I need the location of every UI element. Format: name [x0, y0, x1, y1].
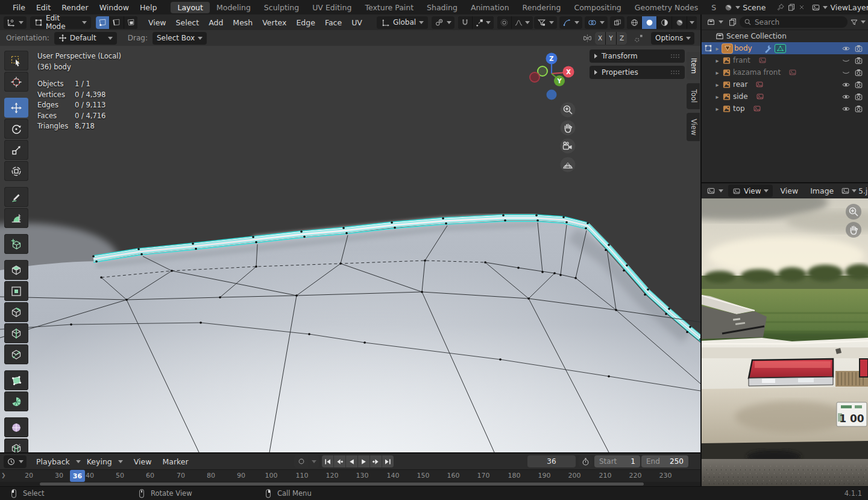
frame-end-field[interactable]: End 250 [641, 455, 688, 467]
timeline-scrollbar[interactable] [0, 482, 700, 486]
outliner-row-body[interactable]: ▸ body [702, 42, 868, 54]
tool-spin[interactable] [4, 391, 28, 411]
menu-help[interactable]: Help [134, 3, 163, 12]
timeline-editor-selector[interactable] [4, 455, 27, 468]
mirror-x-button[interactable]: X [595, 32, 605, 45]
camera-visibility-icon[interactable] [854, 68, 863, 77]
scene-icon[interactable] [724, 3, 733, 12]
menu-image[interactable]: Image [805, 186, 838, 195]
tab-animation[interactable]: Animation [464, 2, 516, 13]
mirror-y-button[interactable]: Y [606, 32, 616, 45]
mode-selector[interactable]: Edit Mode [30, 16, 91, 29]
outliner-row-scene-collection[interactable]: Scene Collection [702, 30, 868, 42]
viewport-canvas[interactable]: Z X Y User Perspective (Local) (36) body… [0, 46, 700, 452]
eye-icon[interactable] [841, 80, 851, 89]
overlays-dropdown[interactable] [585, 16, 608, 29]
tool-cursor-3d[interactable] [4, 72, 28, 92]
menu-render[interactable]: Render [56, 3, 94, 12]
modifier-wrench-icon[interactable] [764, 44, 773, 53]
xray-toggle[interactable] [610, 16, 624, 29]
face-select-mode[interactable] [124, 16, 137, 29]
gizmos-dropdown[interactable] [559, 16, 582, 29]
menu-marker[interactable]: Marker [157, 457, 193, 466]
playhead[interactable]: 36 [70, 470, 85, 482]
filter-icon[interactable] [850, 18, 858, 27]
timeline-ruler[interactable]: ❯ 20 30 40 50 60 70 80 90 100 110 120 13… [0, 469, 700, 482]
drag-handle-icon[interactable] [670, 53, 680, 59]
tool-smooth[interactable] [4, 417, 28, 437]
tool-rotate[interactable] [4, 119, 28, 139]
outliner-editor-selector[interactable] [704, 16, 726, 28]
outliner-row-side[interactable]: ▸ side [702, 90, 868, 103]
new-scene-icon[interactable] [787, 3, 796, 11]
eye-icon[interactable] [841, 44, 851, 53]
npanel-properties[interactable]: Properties [590, 66, 685, 79]
tool-poly-build[interactable] [4, 370, 28, 390]
eye-closed-icon[interactable] [841, 56, 851, 65]
frame-start-field[interactable]: Start 1 [594, 455, 640, 467]
viewlayer-icon[interactable] [811, 3, 820, 12]
proportional-edit-toggle[interactable] [497, 16, 511, 29]
object-visibility-dropdown[interactable] [534, 16, 557, 29]
mirror-z-button[interactable]: Z [617, 32, 627, 45]
npanel-transform[interactable]: Transform [590, 49, 685, 63]
tool-move[interactable] [4, 98, 28, 118]
auto-key-options[interactable] [309, 455, 319, 468]
image-data-icon[interactable] [788, 68, 797, 77]
shading-rendered[interactable] [672, 16, 687, 29]
viewlayer-name[interactable]: ViewLayer [830, 3, 868, 12]
menu-window[interactable]: Window [94, 3, 134, 12]
shading-solid[interactable] [642, 16, 656, 29]
edge-select-mode[interactable] [110, 16, 123, 29]
tab-item[interactable]: Item [687, 52, 700, 80]
menu-keying[interactable]: Keying [82, 457, 117, 466]
eye-icon[interactable] [841, 92, 851, 101]
menu-select[interactable]: Select [171, 18, 204, 27]
display-mode-icon[interactable] [728, 17, 737, 27]
camera-visibility-icon[interactable] [854, 80, 863, 89]
previous-keyframe-button[interactable] [334, 455, 345, 467]
editor-type-selector[interactable] [4, 16, 27, 29]
tool-scale[interactable] [4, 140, 28, 160]
menu-edge[interactable]: Edge [291, 18, 319, 27]
tab-view[interactable]: View [687, 113, 700, 141]
play-reverse-button[interactable] [346, 455, 357, 467]
tool-options-dropdown[interactable]: Options [651, 32, 694, 45]
outliner-row-rear[interactable]: ▸ rear [702, 78, 868, 90]
tool-measure[interactable] [4, 208, 28, 228]
outliner-row-top[interactable]: ▸ top [702, 103, 868, 115]
image-browse-icon[interactable] [841, 186, 850, 195]
image-editor-type-selector[interactable] [704, 185, 726, 197]
tool-annotate[interactable] [4, 187, 28, 207]
expand-icon[interactable]: ▸ [714, 106, 720, 112]
tab-sculpting[interactable]: Sculpting [257, 2, 306, 13]
menu-face[interactable]: Face [320, 18, 347, 27]
menu-edit[interactable]: Edit [31, 3, 56, 12]
tab-geometry-nodes[interactable]: Geometry Nodes [628, 2, 705, 13]
shading-material[interactable] [657, 16, 671, 29]
menu-uv[interactable]: UV [347, 18, 367, 27]
image-data-icon[interactable] [756, 92, 764, 101]
pivot-point[interactable] [432, 16, 454, 29]
eye-icon[interactable] [841, 104, 851, 113]
chevron-down-icon[interactable] [852, 189, 857, 192]
tool-add-cube[interactable] [4, 234, 28, 254]
expand-icon[interactable]: ▸ [714, 57, 720, 64]
tab-texture-paint[interactable]: Texture Paint [358, 2, 420, 13]
mesh-data-icon[interactable] [775, 44, 786, 53]
scrollbar-handle[interactable] [40, 483, 644, 486]
tab-modeling[interactable]: Modeling [210, 2, 257, 13]
jump-to-start-button[interactable] [322, 455, 333, 467]
menu-mesh[interactable]: Mesh [228, 18, 257, 27]
falloff-selector[interactable] [512, 16, 533, 29]
close-icon[interactable] [798, 4, 805, 11]
menu-view[interactable]: View [143, 18, 171, 27]
camera-visibility-icon[interactable] [854, 44, 863, 53]
shading-wireframe[interactable] [627, 16, 641, 29]
chevron-down-icon[interactable] [735, 6, 740, 9]
image-view-mode[interactable]: View [728, 185, 773, 197]
chevron-down-icon[interactable] [861, 21, 866, 24]
camera-visibility-icon[interactable] [854, 56, 863, 65]
expand-icon[interactable]: ▸ [714, 93, 720, 100]
tab-uv-editing[interactable]: UV Editing [306, 2, 358, 13]
